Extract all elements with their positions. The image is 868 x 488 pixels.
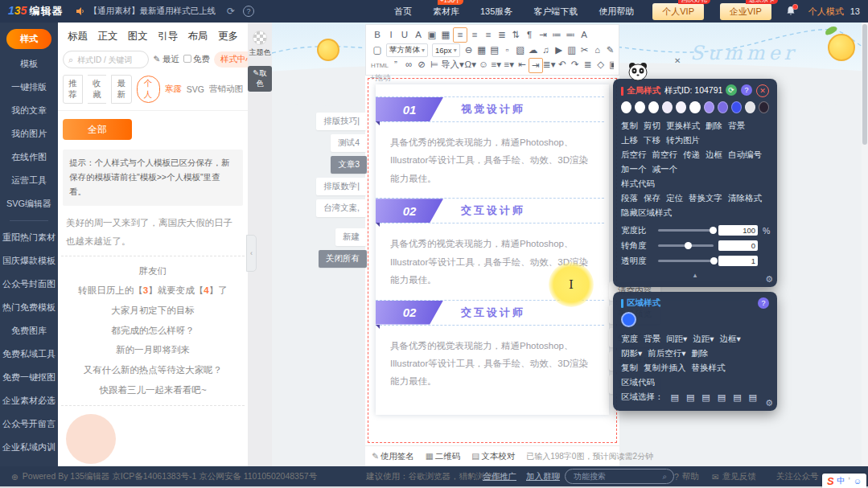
enterprise-vip-button[interactable]: 企业VIP送京东卡 [720,3,771,20]
region-select-icon[interactable]: ▤ [671,392,679,403]
tab-body[interactable]: 正文 [97,30,117,43]
sidebar-item-hot-free-templates[interactable]: 热门免费模板 [0,296,58,319]
region-select-icon[interactable]: ▤ [733,392,741,403]
nav-help[interactable]: 使用帮助 [599,6,634,18]
region-select-icon[interactable]: ▤ [701,392,710,403]
slider-thumb[interactable] [685,242,692,249]
recent-button[interactable]: ✎ 最近 [153,54,179,65]
panel-action[interactable]: 加一个 [621,164,647,174]
panel-help-icon[interactable]: ? [758,297,769,309]
panel-action[interactable]: 清除格式 [728,193,762,203]
lab-icon[interactable]: ◇ [594,58,607,73]
panel-action[interactable]: 删除 [692,348,709,358]
color-swatch[interactable] [718,101,728,113]
search-icon[interactable]: ⌕ [662,472,667,482]
cooperation-link[interactable]: 合作推广 [483,471,516,482]
nav-client-download[interactable]: 客户端下载 [533,6,578,18]
panel-action[interactable]: 宽度 [621,334,638,343]
nav-home[interactable]: 首页 [394,6,412,18]
content-section[interactable]: 01 视觉设计师 具备优秀的视觉表现能力，精通Photoshop、Illustr… [376,97,609,187]
redo-icon[interactable]: ↷ [569,58,582,73]
tab-guide[interactable]: 引导 [158,30,178,43]
drag-handle[interactable]: +拖动 [370,72,391,84]
border-color-icon[interactable]: ▦ [439,28,452,42]
free-checkbox[interactable]: 免费 [183,54,210,65]
sidebar-item-one-click-layout[interactable]: 一键排版 [0,76,58,99]
font-scale-icon[interactable]: A [578,28,590,42]
filter-marketing-gif[interactable]: 营销动图 [209,84,243,95]
panel-action[interactable]: 边框 [706,150,722,159]
nav-135-services[interactable]: 135服务 [480,6,512,18]
section-body[interactable]: 具备优秀的视觉表现能力，精通Photoshop、Illustrator等设计工具… [390,133,594,187]
panel-action[interactable]: 保存 [644,193,660,203]
ime-punct[interactable]: ’ [849,477,850,486]
notification-bell-icon[interactable] [786,6,796,18]
color-swatch[interactable] [689,101,700,113]
sidebar-item-free-cutout[interactable]: 免费一键抠图 [0,366,58,389]
region-select-icon[interactable]: ▤ [718,392,726,403]
style-search-input[interactable] [76,55,143,65]
refresh-icon[interactable]: ⟳ [227,6,235,17]
new-file-button[interactable]: 新建 [335,228,367,246]
new-doc-icon[interactable]: ▢ [371,43,384,57]
panel-action[interactable]: 剪切 [644,121,660,130]
line-height-icon[interactable]: ⇅ [509,28,522,42]
outdent-icon[interactable]: ⇤ [516,58,529,73]
import-menu[interactable]: 导入▾ [441,58,464,73]
cloud-icon[interactable]: ☁ [527,43,540,57]
slider-track[interactable] [658,260,714,262]
color-swatch[interactable] [621,101,631,113]
sidebar-item-enterprise-material[interactable]: 企业素材必选 [0,389,58,412]
color-swatch[interactable] [759,101,769,113]
join-group-link[interactable]: 加入群聊 [526,471,560,482]
sidebar-item-my-articles[interactable]: 我的文章 [0,99,58,122]
gear-icon[interactable]: ⚙ [765,274,773,285]
section-body[interactable]: 具备优秀的视觉表现能力，精通Photoshop、Illustrator等设计工具… [390,337,594,391]
dashed-line-icon[interactable]: ≡▾ [503,58,516,73]
announcement-text[interactable]: 【通用素材】最新通用样式已上线 [88,6,216,17]
align-justify-icon[interactable]: ≣ [496,28,508,42]
panel-collapse-handle[interactable]: ‹ [246,235,257,272]
sidebar-item-free-private-tools[interactable]: 免费私域工具 [0,342,58,366]
slider-value[interactable]: 1 [718,256,758,266]
font-color-icon[interactable]: A [412,28,425,42]
panel-action[interactable]: 替换样式 [692,363,726,372]
link-icon[interactable]: ∞ [402,58,415,73]
sidebar-item-national-day-templates[interactable]: 国庆爆款模板 [0,249,58,273]
style-center-button[interactable]: 样式中心 [214,51,248,68]
special-char-icon[interactable]: Ω▾ [464,58,477,73]
divider-line-icon[interactable]: ⊖ [463,43,475,57]
theme-color-swatch[interactable] [253,31,267,45]
underline-icon[interactable]: U [398,28,411,42]
panel-action[interactable]: 复制 [621,363,638,372]
app-logo[interactable]: 135 编辑器 [8,4,63,18]
nav-material-library[interactable]: +156个素材库 [433,6,459,18]
sidebar-item-online-drawing[interactable]: 在线作图 [0,146,58,169]
bold-icon[interactable]: B [371,28,384,42]
color-swatch[interactable] [676,101,686,113]
color-swatch[interactable] [745,101,755,113]
font-family-select[interactable]: 苹方简体▾ [386,43,428,57]
proofread-button[interactable]: ▤文本校对 [471,451,515,462]
magic-pen-icon[interactable]: ✎ [604,43,614,57]
align-left-icon[interactable]: ≡ [453,27,467,43]
filter-svg[interactable]: SVG [187,84,204,94]
layout-grid-icon[interactable]: ▤ [488,43,501,57]
file-tab-article3[interactable]: 文章3 [331,156,367,174]
font-size-select[interactable]: 16px▾ [432,43,460,57]
personal-vip-button[interactable]: 个人VIP国庆好礼 [652,3,704,20]
sidebar-item-cover-images[interactable]: 公众号封面图 [0,273,58,296]
scissors-icon[interactable]: ✂ [578,43,591,57]
word-count-icon[interactable]: ≣ [582,58,594,73]
filter-favorites[interactable]: 收藏 [88,75,106,104]
align-right-icon[interactable]: ≡ [482,28,495,42]
panel-action[interactable]: 间距▾ [666,334,687,343]
emoji-icon[interactable]: ☺ [477,58,490,73]
typeset-icon[interactable]: ≣▾ [543,58,556,73]
html-source-icon[interactable]: HTML [371,59,389,72]
unlink-icon[interactable]: ⊘ [415,58,428,73]
panel-action[interactable]: 复制并插入 [644,363,686,372]
panel-action[interactable]: 背景 [728,121,745,130]
color-swatch[interactable] [648,101,659,113]
qrcode-button[interactable]: ▦二维码 [426,451,460,462]
